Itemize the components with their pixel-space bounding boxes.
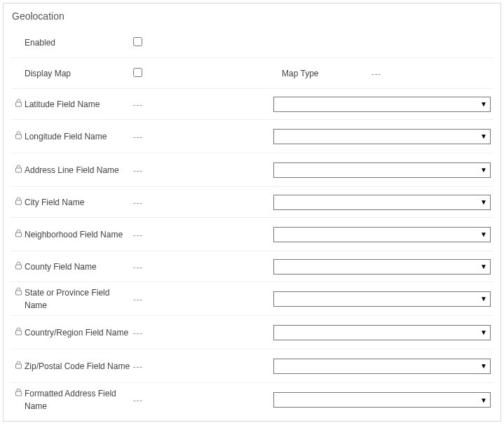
value-longitude-text: --- bbox=[133, 132, 273, 141]
value-city-text: --- bbox=[133, 198, 273, 207]
address-select[interactable]: ▼ bbox=[273, 162, 491, 178]
svg-rect-5 bbox=[16, 265, 22, 269]
row-display-map: Display Map Map Type --- bbox=[11, 58, 493, 89]
latitude-select[interactable]: ▼ bbox=[273, 97, 491, 112]
value-county-text: --- bbox=[133, 263, 273, 271]
lock-icon bbox=[15, 99, 25, 107]
value-enabled bbox=[133, 37, 273, 48]
geolocation-panel: Geolocation Enabled Display Map Map Type… bbox=[3, 3, 501, 422]
label-address: Address Line Field Name bbox=[11, 164, 133, 176]
svg-rect-0 bbox=[16, 102, 22, 106]
value-formatted-text: --- bbox=[133, 396, 273, 404]
chevron-down-icon: ▼ bbox=[480, 295, 487, 303]
country-select[interactable]: ▼ bbox=[273, 325, 491, 340]
svg-rect-6 bbox=[16, 291, 22, 295]
lock-icon bbox=[15, 165, 25, 173]
lock-icon bbox=[15, 287, 25, 296]
lock-icon bbox=[15, 261, 25, 270]
label-display-map: Display Map bbox=[11, 67, 133, 80]
formatted-select[interactable]: ▼ bbox=[273, 392, 491, 408]
svg-rect-8 bbox=[16, 364, 22, 368]
row-country: Country/Region Field Name --- ▼ bbox=[11, 316, 493, 349]
row-enabled: Enabled bbox=[11, 27, 493, 58]
row-latitude: Latitude Field Name --- ▼ bbox=[11, 89, 493, 120]
zip-select[interactable]: ▼ bbox=[273, 359, 491, 374]
chevron-down-icon: ▼ bbox=[480, 263, 487, 270]
neighborhood-select[interactable]: ▼ bbox=[273, 227, 491, 242]
label-enabled: Enabled bbox=[11, 36, 133, 49]
label-zip: Zip/Postal Code Field Name bbox=[11, 360, 133, 373]
state-select[interactable]: ▼ bbox=[273, 291, 491, 307]
value-state-text: --- bbox=[133, 295, 273, 303]
value-display-map bbox=[133, 68, 273, 78]
value-latitude-text: --- bbox=[133, 100, 273, 109]
row-longitude: Longitude Field Name --- ▼ bbox=[11, 120, 493, 153]
value-zip-text: --- bbox=[133, 362, 273, 370]
chevron-down-icon: ▼ bbox=[480, 132, 487, 140]
lock-icon bbox=[15, 197, 25, 205]
county-select[interactable]: ▼ bbox=[273, 259, 491, 275]
lock-icon bbox=[15, 388, 25, 396]
display-map-checkbox[interactable] bbox=[133, 68, 142, 77]
label-state: State or Province Field Name bbox=[11, 286, 133, 312]
svg-rect-7 bbox=[16, 331, 22, 335]
chevron-down-icon: ▼ bbox=[480, 100, 487, 108]
chevron-down-icon: ▼ bbox=[480, 396, 487, 404]
chevron-down-icon: ▼ bbox=[480, 362, 487, 370]
section-title: Geolocation bbox=[12, 11, 493, 22]
row-neighborhood: Neighborhood Field Name --- ▼ bbox=[11, 218, 493, 251]
lock-icon bbox=[15, 131, 25, 139]
label-longitude: Longitude Field Name bbox=[11, 130, 133, 143]
svg-rect-2 bbox=[16, 168, 22, 172]
label-formatted: Formatted Address Field Name bbox=[11, 387, 133, 412]
svg-rect-4 bbox=[16, 233, 22, 237]
label-city: City Field Name bbox=[11, 196, 133, 209]
row-address: Address Line Field Name --- ▼ bbox=[11, 153, 493, 187]
value-country-text: --- bbox=[133, 328, 273, 337]
lock-icon bbox=[15, 361, 25, 369]
svg-rect-3 bbox=[16, 200, 22, 204]
row-county: County Field Name --- ▼ bbox=[11, 251, 493, 282]
lock-icon bbox=[15, 327, 25, 335]
chevron-down-icon: ▼ bbox=[480, 328, 487, 336]
row-state: State or Province Field Name --- ▼ bbox=[11, 282, 493, 316]
enabled-checkbox[interactable] bbox=[133, 37, 142, 46]
label-country: Country/Region Field Name bbox=[11, 326, 133, 339]
svg-rect-1 bbox=[16, 134, 22, 139]
label-county: County Field Name bbox=[11, 261, 133, 273]
label-neighborhood: Neighborhood Field Name bbox=[11, 228, 133, 241]
label-latitude: Latitude Field Name bbox=[11, 98, 133, 111]
label-map-type: Map Type bbox=[273, 69, 372, 78]
row-city: City Field Name --- ▼ bbox=[11, 187, 493, 218]
value-map-type: --- bbox=[372, 69, 493, 78]
chevron-down-icon: ▼ bbox=[480, 198, 487, 206]
svg-rect-9 bbox=[16, 391, 22, 396]
lock-icon bbox=[15, 229, 25, 237]
value-neighborhood-text: --- bbox=[133, 230, 273, 239]
city-select[interactable]: ▼ bbox=[273, 195, 491, 210]
value-address-text: --- bbox=[133, 166, 273, 174]
chevron-down-icon: ▼ bbox=[480, 230, 487, 238]
row-zip: Zip/Postal Code Field Name --- ▼ bbox=[11, 349, 493, 383]
longitude-select[interactable]: ▼ bbox=[273, 129, 491, 144]
row-formatted: Formatted Address Field Name --- ▼ bbox=[11, 383, 493, 417]
chevron-down-icon: ▼ bbox=[480, 166, 487, 174]
